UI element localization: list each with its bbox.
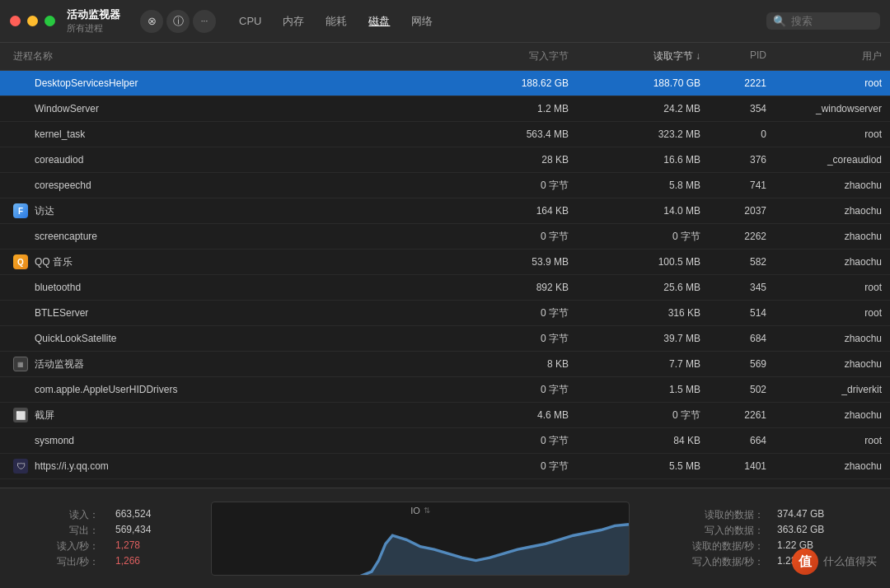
search-box[interactable]: 🔍 (766, 12, 880, 30)
process-name: BTLEServer (35, 307, 88, 319)
table-row[interactable]: com.apple.AppleUserHIDDrivers0 字节1.5 MB5… (0, 377, 890, 403)
titlebar-controls: ⊗ ⓘ ··· (140, 10, 216, 33)
process-name: sysmond (35, 435, 74, 446)
column-header-read[interactable]: 读取字节↓ (577, 48, 709, 65)
read-per-sec-value: 1,278 (115, 539, 198, 553)
table-row[interactable]: BTLEServer0 字节316 KB514root (0, 301, 890, 326)
process-pid-cell: 2037 (709, 203, 775, 219)
column-header-pid[interactable]: PID (709, 48, 775, 65)
nav-tabs: CPU内存能耗磁盘网络 (229, 11, 443, 32)
process-read-cell: 100.5 MB (577, 254, 709, 270)
tab-cpu[interactable]: CPU (229, 12, 271, 30)
process-write-cell: 188.62 GB (445, 75, 577, 91)
process-user-cell: root (775, 279, 890, 296)
column-header-write[interactable]: 写入字节 (445, 48, 577, 65)
chart-sort-arrows: ⇅ (424, 506, 430, 515)
process-write-cell: 164 KB (445, 203, 577, 219)
process-name: coreaudiod (35, 154, 83, 166)
process-user-cell: _driverkit (775, 381, 890, 398)
tab-energy[interactable]: 能耗 (316, 11, 357, 32)
process-read-cell: 316 KB (577, 305, 709, 321)
table-container[interactable]: DesktopServicesHelper188.62 GB188.70 GB2… (0, 71, 890, 516)
info-button[interactable]: ⓘ (166, 10, 190, 33)
process-read-cell: 39.7 MB (577, 330, 709, 347)
data-written-value: 363.62 GB (777, 524, 874, 538)
read-in-label: 读入： (16, 508, 99, 522)
table-row[interactable]: bluetoothd892 KB25.6 MB345root (0, 275, 890, 301)
more-button[interactable]: ··· (193, 10, 216, 33)
process-user-cell: root (775, 75, 890, 91)
titlebar: 活动监视器 所有进程 ⊗ ⓘ ··· CPU内存能耗磁盘网络 🔍 (0, 0, 890, 43)
write-per-sec-label: 写出/秒： (16, 555, 99, 569)
process-user-cell: zhaochu (775, 177, 890, 194)
empty-icon (13, 382, 28, 397)
maximize-button[interactable] (44, 16, 55, 26)
tab-network[interactable]: 网络 (401, 11, 443, 32)
svg-marker-0 (212, 524, 629, 575)
process-pid-cell: 569 (709, 356, 775, 372)
process-pid-cell: 345 (709, 279, 775, 296)
process-write-cell: 0 字节 (445, 304, 577, 323)
minimize-button[interactable] (27, 16, 38, 26)
process-write-cell: 53.9 MB (445, 254, 577, 270)
write-per-sec-value: 1,266 (115, 555, 198, 569)
process-read-cell: 0 字节 (577, 227, 709, 246)
process-name-cell: ▦活动监视器 (0, 354, 445, 374)
column-header-user[interactable]: 用户 (775, 48, 890, 65)
process-name-cell: QQQ 音乐 (0, 252, 445, 272)
table-row[interactable]: coreaudiod28 KB16.6 MB376_coreaudiod (0, 147, 890, 173)
table-row[interactable]: WindowServer1.2 MB24.2 MB354_windowserve… (0, 96, 890, 122)
process-write-cell: 0 字节 (445, 329, 577, 348)
process-user-cell: _coreaudiod (775, 152, 890, 168)
data-written-per-sec-label: 写入的数据/秒： (643, 555, 764, 569)
process-user-cell: zhaochu (775, 330, 890, 347)
process-pid-cell: 514 (709, 305, 775, 321)
write-out-label: 写出： (16, 524, 99, 538)
empty-icon (13, 127, 28, 142)
process-read-cell: 84 KB (577, 432, 709, 449)
process-write-cell: 0 字节 (445, 380, 577, 399)
process-write-cell: 892 KB (445, 279, 577, 296)
table-row[interactable]: sysmond0 字节84 KB664root (0, 428, 890, 454)
filter-button[interactable]: ⊗ (140, 10, 163, 33)
table-row[interactable]: 🛡https://i.y.qq.com0 字节5.5 MB1401zhaochu (0, 454, 890, 479)
process-write-cell: 0 字节 (445, 457, 577, 476)
process-user-cell: root (775, 432, 890, 449)
column-header-name[interactable]: 进程名称 (0, 48, 445, 65)
empty-icon (13, 76, 28, 91)
watermark-text: 什么值得买 (823, 554, 877, 569)
process-pid-cell: 2262 (709, 228, 775, 245)
process-name: com.apple.AppleUserHIDDrivers (35, 384, 177, 395)
search-input[interactable] (791, 15, 874, 27)
tab-memory[interactable]: 内存 (273, 11, 314, 32)
process-user-cell: zhaochu (775, 356, 890, 372)
empty-icon (13, 152, 28, 167)
table-row[interactable]: DesktopServicesHelper188.62 GB188.70 GB2… (0, 71, 890, 96)
process-read-cell: 25.6 MB (577, 279, 709, 296)
table-row[interactable]: ▦活动监视器8 KB7.7 MB569zhaochu (0, 352, 890, 377)
process-name: https://i.y.qq.com (35, 460, 109, 472)
empty-icon (13, 306, 28, 320)
process-pid-cell: 376 (709, 152, 775, 168)
close-button[interactable] (10, 16, 21, 26)
table-row[interactable]: kernel_task563.4 MB323.2 MB0root (0, 122, 890, 147)
table-row[interactable]: corespeechd0 字节5.8 MB741zhaochu (0, 173, 890, 198)
table-row[interactable]: ⬜截屏4.6 MB0 字节2261zhaochu (0, 403, 890, 428)
shield-icon: 🛡 (13, 459, 28, 474)
table-row[interactable]: F访达164 KB14.0 MB2037zhaochu (0, 198, 890, 224)
process-name-cell: coreaudiod (0, 150, 445, 170)
process-pid-cell: 741 (709, 177, 775, 194)
empty-icon (13, 101, 28, 116)
process-pid-cell: 684 (709, 330, 775, 347)
process-name: WindowServer (35, 103, 99, 114)
screenshot-icon: ⬜ (13, 408, 28, 422)
tab-disk[interactable]: 磁盘 (358, 11, 400, 32)
process-user-cell: zhaochu (775, 407, 890, 423)
table-row[interactable]: QuickLookSatellite0 字节39.7 MB684zhaochu (0, 326, 890, 352)
traffic-lights (10, 16, 55, 26)
process-read-cell: 5.5 MB (577, 458, 709, 474)
table-row[interactable]: QQQ 音乐53.9 MB100.5 MB582zhaochu (0, 250, 890, 275)
process-pid-cell: 2261 (709, 407, 775, 423)
table-row[interactable]: screencapture0 字节0 字节2262zhaochu (0, 224, 890, 250)
process-user-cell: zhaochu (775, 203, 890, 219)
